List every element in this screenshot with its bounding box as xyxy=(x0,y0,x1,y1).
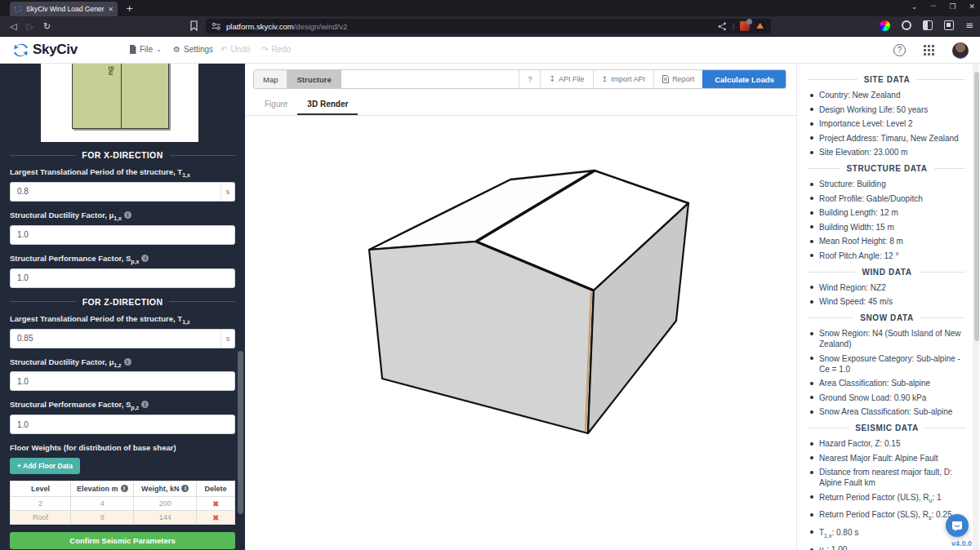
table-row: Roof8144✖ xyxy=(11,511,235,525)
report-button[interactable]: Report xyxy=(653,70,702,88)
table-cell[interactable]: 4 xyxy=(71,497,134,511)
calculate-loads-button[interactable]: Calculate Loads xyxy=(702,70,786,88)
spx-label: Structural Performance Factor, Sp,xi xyxy=(10,254,235,264)
data-item: Roof Pitch Angle: 12 ° xyxy=(808,251,965,261)
plan-figure-label: Bu xyxy=(107,66,115,75)
triangle-extension-icon[interactable] xyxy=(755,21,765,31)
spx-input[interactable] xyxy=(10,268,235,288)
data-item: Snow Exposure Category: Sub-alpine - Ce … xyxy=(808,353,965,375)
gear-icon: ⚙ xyxy=(173,45,180,54)
info-icon[interactable]: i xyxy=(141,255,149,262)
add-floor-data-button[interactable]: + Add Floor Data xyxy=(10,458,80,474)
file-menu[interactable]: File ⌄ xyxy=(129,45,162,54)
toolbar-help-button[interactable]: ? xyxy=(519,70,540,88)
data-item: Project Address: Timaru, New Zealand xyxy=(808,133,965,144)
redo-button[interactable]: ↷ Redo xyxy=(261,45,291,54)
skyciv-logo[interactable]: SkyCiv xyxy=(13,42,78,58)
table-cell[interactable]: 8 xyxy=(71,511,134,525)
panel-scrollbar[interactable] xyxy=(974,72,979,341)
view-tabs: Figure 3D Render xyxy=(245,96,796,116)
delete-row-icon[interactable]: ✖ xyxy=(197,511,235,525)
api-file-button[interactable]: ↧API File xyxy=(540,70,592,88)
window-close-icon[interactable]: ✕ xyxy=(969,2,975,11)
section-heading: SEISMIC DATA xyxy=(808,424,965,432)
results-data-panel: SITE DATACountry: New ZealandDesign Work… xyxy=(796,64,980,550)
tab-3d-render[interactable]: 3D Render xyxy=(297,96,358,115)
t1z-unit: s xyxy=(220,329,235,348)
data-item: Area Classification: Sub-alpine xyxy=(808,378,965,388)
section-heading: SITE DATA xyxy=(808,75,965,84)
back-icon[interactable]: ◁ xyxy=(10,21,16,32)
chat-icon xyxy=(951,521,963,531)
spz-label: Structural Performance Factor, Sp,zi xyxy=(10,400,235,410)
data-item: Return Period Factor (SLS), Rs: 0.25 xyxy=(808,509,965,523)
settings-menu[interactable]: ⚙ Settings xyxy=(173,45,213,54)
ring-extension-icon[interactable] xyxy=(902,20,911,30)
t1z-input[interactable] xyxy=(10,329,220,348)
menu-hamburger-icon[interactable]: ≡ xyxy=(965,20,973,31)
3d-render-canvas[interactable] xyxy=(245,117,796,550)
info-icon[interactable]: i xyxy=(181,485,189,492)
bookmark-icon[interactable] xyxy=(189,20,198,31)
confirm-seismic-parameters-button[interactable]: Confirm Seismic Parameters xyxy=(10,532,235,549)
url-path: /design/wind/v2 xyxy=(294,22,347,31)
t1z-label: Largest Translational Period of the stru… xyxy=(10,314,235,325)
info-icon[interactable]: i xyxy=(121,485,128,492)
tab-list-chevron-icon[interactable]: ⌄ xyxy=(911,2,918,11)
table-cell[interactable]: 200 xyxy=(134,497,197,511)
color-wheel-extension-icon[interactable] xyxy=(880,20,890,31)
t1x-unit: s xyxy=(220,182,235,202)
browser-tab-strip: SkyCiv Wind Load Generat ✕ + ⌄ — ❐ ✕ xyxy=(0,0,980,16)
floor-weights-table: Level Elevation mi Weight, kNi Delete 24… xyxy=(10,481,235,525)
new-tab-button[interactable]: + xyxy=(126,3,133,14)
browser-toolbar: ◁ ▷ ↻ platform.skyciv.com/design/wind/v2… xyxy=(0,16,980,37)
dark-reader-extension-icon[interactable] xyxy=(923,20,933,30)
privacy-badger-extension-icon[interactable] xyxy=(740,21,750,31)
mu1z-input[interactable] xyxy=(10,371,235,391)
url-bar[interactable]: platform.skyciv.com/design/wind/v2 | xyxy=(206,19,771,33)
window-minimize-icon[interactable]: — xyxy=(930,2,936,11)
info-icon[interactable]: i xyxy=(124,358,131,366)
info-icon[interactable]: i xyxy=(141,401,149,408)
mu1x-input[interactable] xyxy=(10,225,235,245)
apps-grid-icon[interactable] xyxy=(924,45,934,55)
container-extension-icon[interactable] xyxy=(944,20,954,30)
sidebar-scrollbar[interactable] xyxy=(238,351,243,514)
t1x-input[interactable] xyxy=(10,182,220,202)
tab-figure[interactable]: Figure xyxy=(255,96,297,115)
user-avatar[interactable] xyxy=(952,42,969,59)
help-icon[interactable]: ? xyxy=(893,44,906,56)
app-header: SkyCiv File ⌄ ⚙ Settings ↶ Undo ↷ Redo ? xyxy=(0,37,980,64)
data-item: Structure: Building xyxy=(808,179,965,189)
import-api-button[interactable]: ↥Import API xyxy=(593,70,654,88)
data-item: T1,x: 0.80 s xyxy=(808,527,965,541)
table-cell[interactable]: Roof xyxy=(11,511,71,525)
col-level: Level xyxy=(11,481,71,497)
permissions-shield-icon[interactable] xyxy=(212,22,221,30)
section-list: Country: New ZealandDesign Working Life:… xyxy=(808,90,965,157)
skyciv-logo-icon xyxy=(13,42,29,58)
spz-input[interactable] xyxy=(10,415,235,434)
z-direction-heading: FOR Z-DIRECTION xyxy=(10,297,235,307)
chat-bubble-button[interactable] xyxy=(946,514,969,537)
reload-icon[interactable]: ↻ xyxy=(43,21,51,32)
share-icon[interactable] xyxy=(718,22,727,31)
forward-icon[interactable]: ▷ xyxy=(26,21,33,32)
section-list: Hazard Factor, Z: 0.15Nearest Major Faul… xyxy=(808,438,965,550)
tab-map[interactable]: Map xyxy=(254,70,287,88)
tab-close-icon[interactable]: ✕ xyxy=(108,6,114,13)
browser-tab[interactable]: SkyCiv Wind Load Generat ✕ xyxy=(10,2,118,16)
table-cell[interactable]: 2 xyxy=(11,497,71,511)
window-restore-icon[interactable]: ❐ xyxy=(949,2,956,11)
divider: | xyxy=(733,22,734,30)
delete-row-icon[interactable]: ✖ xyxy=(197,497,235,511)
mu1x-label: Structural Ductility Factor, μ1,xi xyxy=(10,211,235,221)
section-heading: WIND DATA xyxy=(808,268,965,277)
info-icon[interactable]: i xyxy=(124,211,131,219)
data-item: Mean Roof Height: 8 m xyxy=(808,236,965,246)
table-cell[interactable]: 144 xyxy=(134,511,197,525)
undo-button[interactable]: ↶ Undo xyxy=(220,45,250,54)
tab-structure[interactable]: Structure xyxy=(287,70,341,88)
floor-weights-label: Floor Weights (for distribution of base … xyxy=(10,443,235,452)
data-item: Country: New Zealand xyxy=(808,90,965,100)
